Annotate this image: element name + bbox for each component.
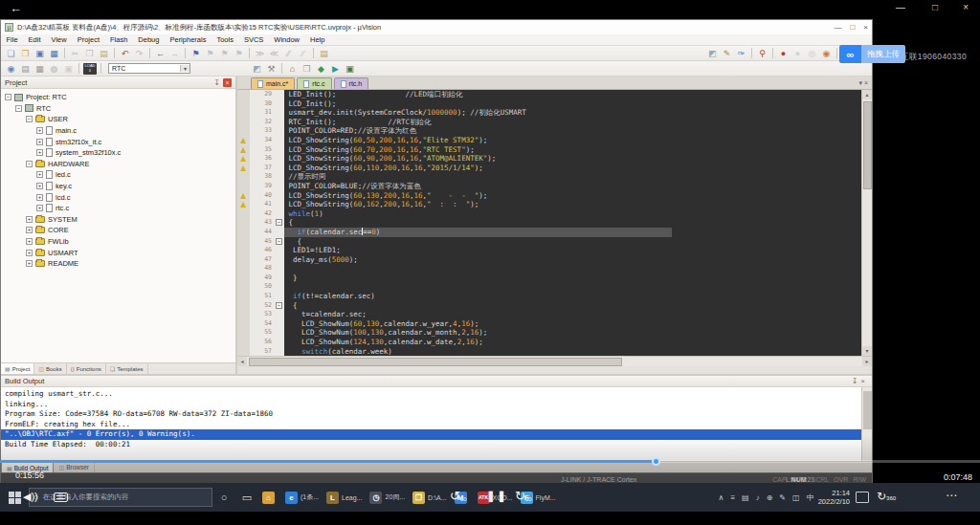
hscroll-thumb[interactable] [249,358,622,366]
code-text[interactable]: LCD_ShowString(60,162,200,16,16," : : ")… [284,200,872,209]
tray-icon-3[interactable]: ♪ [756,493,760,502]
batch-build-icon[interactable]: ◍ [48,63,60,75]
vscroll-thumb[interactable] [863,101,872,189]
tree-expander-icon[interactable]: − [26,161,33,167]
code-text[interactable]: LCD_ShowString(60,90,200,16,16,"ATOM@ALI… [284,154,872,164]
panel-tab-project[interactable]: ▤Project [1,363,34,374]
paste-icon[interactable]: ▤ [98,48,110,59]
seek-handle[interactable] [652,457,660,466]
vertical-scrollbar[interactable]: ▴ ▾ [861,90,872,356]
panel-tab-templates[interactable]: ❏Templates [106,363,148,374]
tree-item-readme[interactable]: +README [1,258,235,270]
tree-item-led-c[interactable]: +led.c [1,169,235,181]
tree-expander-icon[interactable]: − [5,94,11,100]
flash-tools-icon[interactable]: ⚒ [265,63,278,75]
build-icon[interactable]: ▤ [19,63,32,75]
cortana-button[interactable]: ○ [212,483,235,512]
code-text[interactable]: LCD_ShowString(60,130,200,16,16," - - ")… [284,191,872,201]
taskbar-clock[interactable]: 21:14 2022/2/10 [818,489,850,506]
tree-expander-icon[interactable]: + [26,250,33,256]
fold-collapse-icon[interactable]: − [276,219,282,226]
code-text[interactable]: { [284,301,872,311]
panel-tab-books[interactable]: ◫Books [34,363,66,374]
output-tab-browser[interactable]: ◫Browser [54,462,95,472]
taskbar-app-explorer[interactable]: ❐D:\A... [409,483,450,512]
player-maximize-button[interactable]: □ [932,2,938,12]
code-text[interactable]: LCD_Init(); [284,99,872,109]
comment-icon[interactable]: ∕∕ [282,48,295,59]
tree-item-rtc-c[interactable]: +rtc.c [1,203,235,214]
pin-icon[interactable]: ↧ [852,377,858,385]
code-text[interactable]: RTC_Init(); //RTC初始化 [284,118,872,127]
tree-item-system[interactable]: +SYSTEM [1,214,235,226]
more-options-icon[interactable]: ⋯ [946,489,958,502]
build-output-scrollbar[interactable] [861,387,872,461]
tray-icon-6[interactable]: ◫ [792,493,800,502]
notification-center-icon[interactable] [856,492,869,503]
tree-item-user[interactable]: −USER [1,114,235,125]
edit-session-icon[interactable]: ✎ [721,48,733,59]
code-text[interactable]: LCD_ShowNum(124,130,calendar.w_date,2,16… [284,338,872,347]
fold-collapse-icon[interactable]: − [276,238,282,245]
player-minimize-button[interactable]: — [896,2,905,12]
tree-item-key-c[interactable]: +key.c [1,181,235,192]
navigate-forward-icon[interactable]: → [168,48,181,59]
file-extensions-icon[interactable]: ❐ [301,63,313,75]
tray-icon-5[interactable]: ✎ [779,493,786,502]
taskbar-app-home[interactable]: ⌂ [258,483,281,512]
rebuild-all-icon[interactable]: ▦ [33,63,46,75]
close-icon[interactable]: × [860,377,865,385]
scroll-left-icon[interactable]: ◂ [237,357,247,366]
upload-badge[interactable]: ∞ 拖拽上传 [839,45,905,63]
menu-file[interactable]: File [1,35,23,44]
horizontal-scrollbar[interactable]: ◂ ▸ [237,356,872,366]
taskbar-app-20th[interactable]: ◷20周... [366,483,409,512]
find-in-files-icon[interactable]: ⚲ [756,48,768,59]
uvision-close-button[interactable]: × [863,23,868,32]
tree-item-fwlib[interactable]: +FWLib [1,236,235,248]
code-text[interactable]: LED_Init(); //LED端口初始化 [284,90,872,99]
tree-item-main-c[interactable]: +main.c [1,125,235,137]
uvision-minimize-button[interactable]: — [834,23,841,32]
open-file-icon[interactable]: ❐ [19,48,32,59]
uvision-title-bar[interactable]: µ D:\A盘32\精英板 资料盘(A盘)\4、程序源码\2、标准例程-库函数版… [1,20,872,34]
back-icon[interactable]: ← [10,1,22,15]
player-close-button[interactable]: × [963,2,969,12]
fold-collapse-icon[interactable]: − [276,302,282,309]
menu-edit[interactable]: Edit [23,35,46,44]
code-text[interactable]: POINT_COLOR=RED;//设置字体为红色 [284,126,872,136]
breakpoint-kill-all-icon[interactable]: ◉ [820,48,833,59]
code-text[interactable]: if(calendar.sec==0) [284,228,872,237]
pause-icon[interactable]: ❚❚ [486,490,507,502]
code-text[interactable]: t=calendar.sec; [284,310,872,319]
editor-tab-rtc-c[interactable]: rtc.c [297,77,331,89]
tree-item-hardware[interactable]: −HARDWARE [1,159,235,170]
new-file-icon[interactable]: ❏ [5,48,17,59]
tree-item-system-stm32f10x-c[interactable]: +system_stm32f10x.c [1,147,235,159]
start-button[interactable] [9,492,21,504]
menu-svcs[interactable]: SVCS [238,35,268,44]
code-area[interactable]: 29 LED_Init(); //LED端口初始化30 LCD_Init();3… [237,90,872,356]
tree-expander-icon[interactable]: + [26,260,33,267]
code-text[interactable]: LED1=!LED1; [284,246,872,255]
breakpoint-icon[interactable]: ● [777,48,790,59]
tray-expand-icon[interactable]: ∧ [719,493,724,502]
menu-peripherals[interactable]: Peripherals [165,35,212,44]
target-checkbox-icon[interactable]: ◩ [251,63,263,75]
code-text[interactable]: switch(calendar.week) [284,347,872,356]
editor-tab-rtc-h[interactable]: rtc.h [334,77,369,89]
video-seek-bar[interactable] [0,460,980,463]
pin-icon[interactable]: ↧ [213,78,220,87]
tree-expander-icon[interactable]: + [36,183,43,189]
outdent-icon[interactable]: ≪ [268,48,280,59]
code-text[interactable]: //显示时间 [284,172,872,182]
taskbar-app-edge[interactable]: e(1条... [281,483,323,512]
copy-icon[interactable]: ❐ [83,48,96,59]
code-text[interactable]: { [284,218,872,228]
indent-icon[interactable]: ≫ [254,48,266,59]
task-view-button[interactable]: ▭ [235,483,258,512]
undo-icon[interactable]: ↶ [119,48,131,59]
bookmark-next-icon[interactable]: ⚑ [218,48,231,59]
skip-forward-30-icon[interactable]: ↻30 [515,489,532,503]
pack-installer-icon[interactable]: ▣ [344,63,356,75]
